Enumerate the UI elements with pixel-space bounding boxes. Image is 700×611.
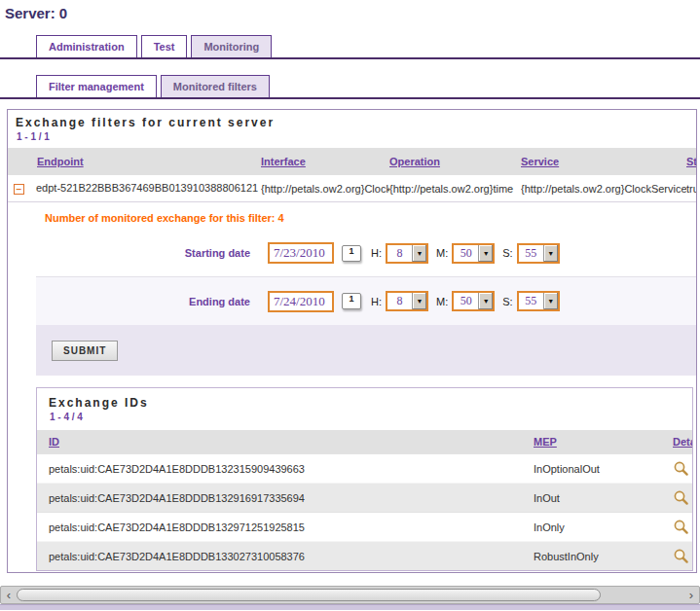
tab-test[interactable]: Test [141,35,188,57]
column-mep[interactable]: MEP [534,436,557,448]
exchange-filters-panel: Exchange filters for current server 1 - … [7,109,697,573]
filters-pagination: 1 - 1 / 1 [17,131,696,142]
exchange-id: petals:uid:CAE73D2D4A1E8DDDB132916917335… [37,492,534,504]
main-tabbar: Administration Test Monitoring [0,35,700,59]
exchange-ids-panel: Exchange IDs 1 - 4 / 4 ID MEP Details pe… [36,387,693,571]
exchange-row: petals:uid:CAE73D2D4A1E8DDDB132916917335… [37,483,692,512]
starting-calendar-button[interactable]: 1 [340,242,363,264]
tab-monitored-filters[interactable]: Monitored filters [161,75,270,97]
filter-interface: {http://petals.ow2.org}Clock [261,183,389,195]
magnifier-icon[interactable] [673,460,689,477]
ending-minute-select[interactable]: 50 ▼ [452,291,495,311]
second-label: S: [502,296,512,307]
exchange-mep: InOptionalOut [534,463,665,475]
submit-button[interactable]: SUBMIT [52,341,118,361]
scrollbar-thumb[interactable] [17,589,601,601]
exchange-row: petals:uid:CAE73D2D4A1E8DDDB133027310058… [37,541,692,570]
exchange-id: petals:uid:CAE73D2D4A1E8DDDB133027310058… [37,551,534,562]
filter-row: −edpt-521B22BBB367469BB013910388806121 {… [8,175,697,202]
dropdown-arrow-icon[interactable]: ▼ [478,245,493,262]
scroll-right-arrow-icon[interactable]: › [685,587,697,603]
dropdown-arrow-icon[interactable]: ▼ [412,245,426,262]
exchange-ids-header: ID MEP Details [37,430,692,453]
minute-label: M: [436,296,448,307]
ending-date-input[interactable] [268,291,334,312]
filter-endpoint: edpt-521B22BBB367469BB013910388806121 [36,182,258,194]
calendar-icon: 1 [342,293,361,309]
filter-service: {http://petals.ow2.org}ClockService [521,183,686,195]
ending-second-select[interactable]: 55 ▼ [517,291,560,311]
starting-second-select[interactable]: 55 ▼ [517,243,560,264]
starting-date-label: Starting date [36,247,250,259]
column-details[interactable]: Details [673,436,692,448]
starting-date-row: Starting date 1 H: 8 ▼ M: 50 ▼ S: 55 ▼ [36,230,696,276]
exchange-ids-pagination: 1 - 4 / 4 [50,412,692,422]
column-endpoint[interactable]: Endpoint [37,156,84,167]
minute-label: M: [436,247,448,259]
hour-label: H: [371,296,382,307]
magnifier-icon[interactable] [673,519,689,535]
page-bottom-border [0,604,700,610]
ending-calendar-button[interactable]: 1 [340,291,363,312]
magnifier-icon[interactable] [673,489,689,506]
exchange-row: petals:uid:CAE73D2D4A1E8DDDB132315909439… [37,453,692,483]
submit-row: SUBMIT [36,325,696,376]
starting-minute-select[interactable]: 50 ▼ [452,243,495,264]
exchange-mep: InOnly [534,521,665,533]
dropdown-arrow-icon[interactable]: ▼ [543,293,558,309]
dropdown-arrow-icon[interactable]: ▼ [412,293,426,309]
exchange-row: petals:uid:CAE73D2D4A1E8DDDB132971251925… [37,512,692,541]
tab-administration[interactable]: Administration [36,35,137,57]
exchange-id: petals:uid:CAE73D2D4A1E8DDDB132315909439… [37,463,534,475]
scroll-left-arrow-icon[interactable]: ‹ [3,587,15,603]
hour-label: H: [371,247,382,259]
magnifier-icon[interactable] [673,548,689,564]
page-title: Server: 0 [0,0,700,21]
ending-hour-select[interactable]: 8 ▼ [386,291,428,311]
column-interface[interactable]: Interface [261,156,306,167]
exchange-mep: InOut [534,492,665,504]
column-service[interactable]: Service [521,156,559,167]
dropdown-arrow-icon[interactable]: ▼ [478,293,493,309]
second-label: S: [502,247,512,259]
starting-hour-select[interactable]: 8 ▼ [386,243,428,264]
filters-table-header: Endpoint Interface Operation Service St [8,148,697,175]
sub-tabbar: Filter management Monitored filters [0,75,700,99]
exchange-id: petals:uid:CAE73D2D4A1E8DDDB132971251925… [37,521,534,533]
column-operation[interactable]: Operation [389,156,440,167]
column-id[interactable]: ID [49,436,59,448]
filters-panel-title: Exchange filters for current server [16,116,696,129]
exchange-mep: RobustInOnly [534,551,665,562]
horizontal-scrollbar[interactable]: ‹ › [0,586,700,604]
collapse-minus-icon[interactable]: − [14,184,24,195]
calendar-icon: 1 [342,245,361,262]
exchange-ids-title: Exchange IDs [49,396,692,410]
tab-filter-management[interactable]: Filter management [36,75,157,97]
ending-date-row: Ending date 1 H: 8 ▼ M: 50 ▼ S: 55 ▼ [36,276,696,325]
tab-monitoring[interactable]: Monitoring [191,35,272,57]
filters-table: Endpoint Interface Operation Service St … [8,148,697,202]
column-state[interactable]: St [686,156,697,167]
filter-operation: {http://petals.ow2.org}time [389,183,521,195]
filter-state: tru [686,183,697,195]
starting-date-input[interactable] [268,242,334,264]
dropdown-arrow-icon[interactable]: ▼ [543,245,558,262]
monitored-count-label: Number of monitored exchange for this fi… [8,202,696,230]
ending-date-label: Ending date [36,296,250,307]
